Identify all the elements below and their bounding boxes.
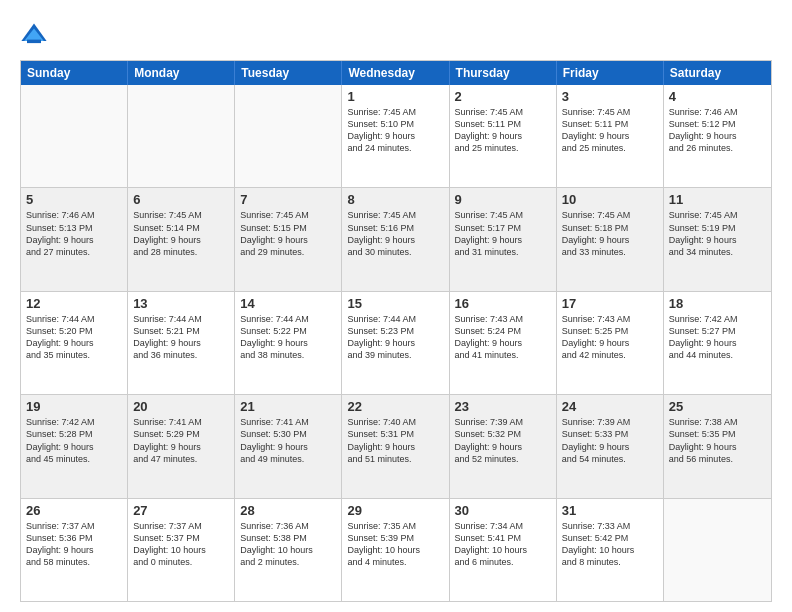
header-cell-tuesday: Tuesday	[235, 61, 342, 85]
calendar-cell: 11Sunrise: 7:45 AM Sunset: 5:19 PM Dayli…	[664, 188, 771, 290]
day-number: 11	[669, 192, 766, 207]
calendar-cell: 20Sunrise: 7:41 AM Sunset: 5:29 PM Dayli…	[128, 395, 235, 497]
day-number: 28	[240, 503, 336, 518]
day-info: Sunrise: 7:44 AM Sunset: 5:20 PM Dayligh…	[26, 313, 122, 362]
calendar-cell: 8Sunrise: 7:45 AM Sunset: 5:16 PM Daylig…	[342, 188, 449, 290]
day-number: 22	[347, 399, 443, 414]
day-info: Sunrise: 7:45 AM Sunset: 5:11 PM Dayligh…	[455, 106, 551, 155]
day-number: 2	[455, 89, 551, 104]
calendar-cell: 1Sunrise: 7:45 AM Sunset: 5:10 PM Daylig…	[342, 85, 449, 187]
calendar-cell: 9Sunrise: 7:45 AM Sunset: 5:17 PM Daylig…	[450, 188, 557, 290]
day-number: 24	[562, 399, 658, 414]
calendar: SundayMondayTuesdayWednesdayThursdayFrid…	[20, 60, 772, 602]
day-info: Sunrise: 7:45 AM Sunset: 5:16 PM Dayligh…	[347, 209, 443, 258]
calendar-cell: 26Sunrise: 7:37 AM Sunset: 5:36 PM Dayli…	[21, 499, 128, 601]
day-number: 8	[347, 192, 443, 207]
day-info: Sunrise: 7:45 AM Sunset: 5:15 PM Dayligh…	[240, 209, 336, 258]
day-info: Sunrise: 7:45 AM Sunset: 5:17 PM Dayligh…	[455, 209, 551, 258]
calendar-cell: 10Sunrise: 7:45 AM Sunset: 5:18 PM Dayli…	[557, 188, 664, 290]
day-number: 13	[133, 296, 229, 311]
calendar-row-0: 1Sunrise: 7:45 AM Sunset: 5:10 PM Daylig…	[21, 85, 771, 187]
day-number: 4	[669, 89, 766, 104]
day-number: 30	[455, 503, 551, 518]
calendar-cell: 27Sunrise: 7:37 AM Sunset: 5:37 PM Dayli…	[128, 499, 235, 601]
day-info: Sunrise: 7:42 AM Sunset: 5:27 PM Dayligh…	[669, 313, 766, 362]
day-info: Sunrise: 7:43 AM Sunset: 5:24 PM Dayligh…	[455, 313, 551, 362]
calendar-cell	[128, 85, 235, 187]
day-number: 16	[455, 296, 551, 311]
header-cell-sunday: Sunday	[21, 61, 128, 85]
day-info: Sunrise: 7:37 AM Sunset: 5:37 PM Dayligh…	[133, 520, 229, 569]
day-info: Sunrise: 7:33 AM Sunset: 5:42 PM Dayligh…	[562, 520, 658, 569]
calendar-cell: 5Sunrise: 7:46 AM Sunset: 5:13 PM Daylig…	[21, 188, 128, 290]
day-number: 18	[669, 296, 766, 311]
day-info: Sunrise: 7:44 AM Sunset: 5:22 PM Dayligh…	[240, 313, 336, 362]
day-number: 27	[133, 503, 229, 518]
calendar-row-3: 19Sunrise: 7:42 AM Sunset: 5:28 PM Dayli…	[21, 394, 771, 497]
day-number: 29	[347, 503, 443, 518]
svg-rect-2	[27, 40, 41, 44]
day-number: 3	[562, 89, 658, 104]
logo	[20, 20, 52, 48]
day-number: 1	[347, 89, 443, 104]
calendar-cell	[664, 499, 771, 601]
calendar-header: SundayMondayTuesdayWednesdayThursdayFrid…	[21, 61, 771, 85]
calendar-cell: 30Sunrise: 7:34 AM Sunset: 5:41 PM Dayli…	[450, 499, 557, 601]
calendar-cell: 2Sunrise: 7:45 AM Sunset: 5:11 PM Daylig…	[450, 85, 557, 187]
day-info: Sunrise: 7:43 AM Sunset: 5:25 PM Dayligh…	[562, 313, 658, 362]
calendar-row-4: 26Sunrise: 7:37 AM Sunset: 5:36 PM Dayli…	[21, 498, 771, 601]
calendar-cell: 13Sunrise: 7:44 AM Sunset: 5:21 PM Dayli…	[128, 292, 235, 394]
day-number: 6	[133, 192, 229, 207]
day-info: Sunrise: 7:42 AM Sunset: 5:28 PM Dayligh…	[26, 416, 122, 465]
day-number: 15	[347, 296, 443, 311]
calendar-cell: 12Sunrise: 7:44 AM Sunset: 5:20 PM Dayli…	[21, 292, 128, 394]
day-info: Sunrise: 7:46 AM Sunset: 5:13 PM Dayligh…	[26, 209, 122, 258]
header	[20, 20, 772, 48]
day-info: Sunrise: 7:37 AM Sunset: 5:36 PM Dayligh…	[26, 520, 122, 569]
calendar-cell: 29Sunrise: 7:35 AM Sunset: 5:39 PM Dayli…	[342, 499, 449, 601]
calendar-cell: 7Sunrise: 7:45 AM Sunset: 5:15 PM Daylig…	[235, 188, 342, 290]
header-cell-wednesday: Wednesday	[342, 61, 449, 85]
day-number: 23	[455, 399, 551, 414]
calendar-cell: 25Sunrise: 7:38 AM Sunset: 5:35 PM Dayli…	[664, 395, 771, 497]
calendar-cell: 23Sunrise: 7:39 AM Sunset: 5:32 PM Dayli…	[450, 395, 557, 497]
calendar-cell: 19Sunrise: 7:42 AM Sunset: 5:28 PM Dayli…	[21, 395, 128, 497]
day-info: Sunrise: 7:36 AM Sunset: 5:38 PM Dayligh…	[240, 520, 336, 569]
day-info: Sunrise: 7:35 AM Sunset: 5:39 PM Dayligh…	[347, 520, 443, 569]
header-cell-monday: Monday	[128, 61, 235, 85]
calendar-cell: 18Sunrise: 7:42 AM Sunset: 5:27 PM Dayli…	[664, 292, 771, 394]
calendar-cell: 3Sunrise: 7:45 AM Sunset: 5:11 PM Daylig…	[557, 85, 664, 187]
day-number: 21	[240, 399, 336, 414]
day-info: Sunrise: 7:44 AM Sunset: 5:23 PM Dayligh…	[347, 313, 443, 362]
day-number: 25	[669, 399, 766, 414]
day-info: Sunrise: 7:41 AM Sunset: 5:30 PM Dayligh…	[240, 416, 336, 465]
calendar-body: 1Sunrise: 7:45 AM Sunset: 5:10 PM Daylig…	[21, 85, 771, 601]
day-number: 10	[562, 192, 658, 207]
day-info: Sunrise: 7:39 AM Sunset: 5:32 PM Dayligh…	[455, 416, 551, 465]
day-number: 9	[455, 192, 551, 207]
logo-icon	[20, 20, 48, 48]
day-number: 5	[26, 192, 122, 207]
calendar-cell	[235, 85, 342, 187]
header-cell-saturday: Saturday	[664, 61, 771, 85]
day-number: 19	[26, 399, 122, 414]
calendar-cell: 15Sunrise: 7:44 AM Sunset: 5:23 PM Dayli…	[342, 292, 449, 394]
header-cell-friday: Friday	[557, 61, 664, 85]
day-number: 12	[26, 296, 122, 311]
calendar-cell: 4Sunrise: 7:46 AM Sunset: 5:12 PM Daylig…	[664, 85, 771, 187]
day-info: Sunrise: 7:45 AM Sunset: 5:19 PM Dayligh…	[669, 209, 766, 258]
day-number: 20	[133, 399, 229, 414]
day-info: Sunrise: 7:45 AM Sunset: 5:14 PM Dayligh…	[133, 209, 229, 258]
calendar-cell: 28Sunrise: 7:36 AM Sunset: 5:38 PM Dayli…	[235, 499, 342, 601]
calendar-row-1: 5Sunrise: 7:46 AM Sunset: 5:13 PM Daylig…	[21, 187, 771, 290]
day-info: Sunrise: 7:39 AM Sunset: 5:33 PM Dayligh…	[562, 416, 658, 465]
calendar-cell	[21, 85, 128, 187]
day-info: Sunrise: 7:34 AM Sunset: 5:41 PM Dayligh…	[455, 520, 551, 569]
day-number: 31	[562, 503, 658, 518]
day-number: 17	[562, 296, 658, 311]
calendar-cell: 22Sunrise: 7:40 AM Sunset: 5:31 PM Dayli…	[342, 395, 449, 497]
calendar-row-2: 12Sunrise: 7:44 AM Sunset: 5:20 PM Dayli…	[21, 291, 771, 394]
day-number: 7	[240, 192, 336, 207]
day-info: Sunrise: 7:45 AM Sunset: 5:11 PM Dayligh…	[562, 106, 658, 155]
calendar-cell: 31Sunrise: 7:33 AM Sunset: 5:42 PM Dayli…	[557, 499, 664, 601]
